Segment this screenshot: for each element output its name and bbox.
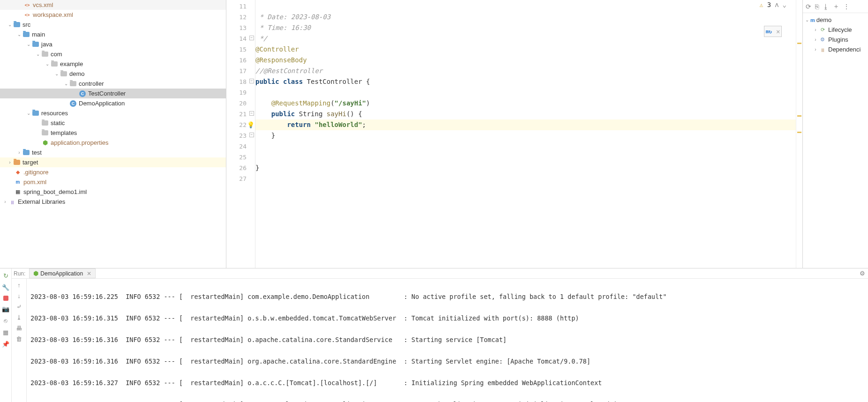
folder-icon <box>51 61 58 67</box>
tree-label: External Libraries <box>18 198 65 205</box>
maven-label: Dependenci <box>828 46 861 53</box>
trash-icon[interactable]: 🗑 <box>16 335 22 342</box>
soft-wrap-icon[interactable]: ⤶ <box>16 303 22 310</box>
tree-file-workspace[interactable]: <>workspace.xml <box>0 10 226 20</box>
warning-marker[interactable] <box>797 115 801 117</box>
chevron-down-icon[interactable]: ⌄ <box>25 111 32 116</box>
code-line: * Date: 2023-08-03 <box>255 12 796 22</box>
warning-icon[interactable]: ⚠ <box>760 1 763 8</box>
tree-folder-main[interactable]: ⌄main <box>0 30 226 39</box>
download-icon[interactable]: ⭳ <box>823 3 829 10</box>
tree-file-vcs[interactable]: <>vcs.xml <box>0 0 226 10</box>
tree-folder-java[interactable]: ⌄java <box>0 39 226 49</box>
fold-icon[interactable]: − <box>249 36 254 40</box>
down-icon[interactable]: ↓ <box>17 292 21 299</box>
chevron-down-icon[interactable]: ⌄ <box>804 17 810 22</box>
close-icon[interactable]: ✕ <box>776 28 780 35</box>
chevron-down-icon[interactable]: ⌄ <box>44 61 51 67</box>
warning-marker[interactable] <box>797 132 801 133</box>
tree-folder-resources[interactable]: ⌄resources <box>0 108 226 118</box>
line-number: 14− <box>226 33 255 44</box>
line-number: 24 <box>226 141 255 152</box>
tree-folder-src[interactable]: ⌄src <box>0 20 226 30</box>
maven-lifecycle[interactable]: ›⟳Lifecycle <box>804 25 867 35</box>
log-line: 2023-08-03 16:59:16.225 INFO 6532 --- [ … <box>30 291 864 302</box>
maven-deps[interactable]: ›⫼Dependenci <box>804 45 867 54</box>
lifecycle-icon: ⟳ <box>819 26 826 34</box>
add-icon[interactable]: ＋ <box>833 2 839 11</box>
layout-icon[interactable]: ▦ <box>3 329 8 336</box>
chevron-down-icon[interactable]: ⌄ <box>53 71 60 76</box>
chevron-right-icon[interactable]: › <box>16 150 22 155</box>
chevron-down-icon[interactable]: ⌄ <box>25 42 32 47</box>
chevron-right-icon[interactable]: › <box>812 47 819 52</box>
tree-file-pom[interactable]: mpom.xml <box>0 177 226 187</box>
fold-icon[interactable]: − <box>249 79 254 83</box>
tree-file-gitignore[interactable]: ◆.gitignore <box>0 167 226 177</box>
exit-icon[interactable]: ⎋ <box>4 317 7 324</box>
pin-icon[interactable]: 📌 <box>2 341 9 348</box>
more-icon[interactable]: ⋮ <box>843 3 850 10</box>
stop-icon[interactable] <box>3 296 8 301</box>
log-line: 2023-08-03 16:59:16.315 INFO 6532 --- [ … <box>30 313 864 324</box>
chevron-right-icon[interactable]: › <box>2 199 8 204</box>
code-area[interactable]: ⚠3 ʌ ⌄ m↻✕ * Date: 2023-08-03 * Time: 16… <box>255 0 796 268</box>
folder-icon <box>60 71 67 76</box>
editor-marker-bar[interactable] <box>796 0 802 268</box>
code-line <box>255 87 796 98</box>
settings-icon[interactable]: ⚙ <box>860 270 865 277</box>
code-line-active: 💡 return "helloWorld"; <box>255 119 796 130</box>
camera-icon[interactable]: 📷 <box>2 305 9 313</box>
up-icon[interactable]: ↑ <box>17 282 21 289</box>
tree-file-appprops[interactable]: ⬢application.properties <box>0 138 226 148</box>
maven-panel: ⟳ ⎘ ⭳ ＋ ⋮ ⌄mdemo ›⟳Lifecycle ›⚙Plugins ›… <box>802 0 868 268</box>
chevron-down-icon[interactable]: ⌄ <box>63 81 69 86</box>
chevron-right-icon[interactable]: › <box>7 160 13 165</box>
refresh-icon[interactable]: ⟳ <box>806 3 811 10</box>
tree-label: spring_boot_demo1.iml <box>23 188 87 195</box>
print-icon[interactable]: 🖶 <box>16 325 22 332</box>
generate-icon[interactable]: ⎘ <box>815 3 819 10</box>
next-highlight-icon[interactable]: ⌄ <box>783 1 786 8</box>
wrench-icon[interactable]: 🔧 <box>2 284 9 291</box>
tree-folder-controller[interactable]: ⌄controller <box>0 79 226 89</box>
maven-reload-popup[interactable]: m↻✕ <box>764 26 782 37</box>
tree-folder-target[interactable]: ›target <box>0 157 226 167</box>
scroll-end-icon[interactable]: ⤓ <box>16 314 22 321</box>
chevron-right-icon[interactable]: › <box>812 27 819 32</box>
tree-file-iml[interactable]: ▦spring_boot_demo1.iml <box>0 187 226 197</box>
close-icon[interactable]: ✕ <box>87 270 91 277</box>
line-number: 16 <box>226 55 255 66</box>
fold-icon[interactable]: − <box>249 133 254 137</box>
code-line <box>255 152 796 163</box>
folder-icon <box>70 81 76 86</box>
fold-icon[interactable]: − <box>249 111 254 116</box>
chevron-right-icon[interactable]: › <box>812 37 819 42</box>
chevron-down-icon[interactable]: ⌄ <box>7 22 13 27</box>
tree-folder-static[interactable]: static <box>0 118 226 128</box>
code-editor[interactable]: 11 12 13 14− 15 16 17 18− 19 20 21− 22 2… <box>226 0 802 268</box>
rerun-icon[interactable]: ↻ <box>3 272 8 279</box>
intention-bulb-icon[interactable]: 💡 <box>247 119 254 130</box>
tree-label: vcs.xml <box>33 1 53 8</box>
line-number: 17 <box>226 66 255 76</box>
maven-tree: ⌄mdemo ›⟳Lifecycle ›⚙Plugins ›⫼Dependenc… <box>803 13 868 56</box>
tree-file-demoapp[interactable]: CDemoApplication <box>0 98 226 108</box>
warning-marker[interactable] <box>797 43 801 44</box>
tree-file-testcontroller[interactable]: CTestController <box>0 89 226 98</box>
tree-folder-demo[interactable]: ⌄demo <box>0 69 226 79</box>
maven-plugins[interactable]: ›⚙Plugins <box>804 35 867 45</box>
console-output[interactable]: 2023-08-03 16:59:16.225 INFO 6532 --- [ … <box>27 279 868 402</box>
maven-project-root[interactable]: ⌄mdemo <box>804 15 867 25</box>
code-line: */ <box>255 33 796 44</box>
chevron-down-icon[interactable]: ⌄ <box>35 52 41 57</box>
tree-folder-test[interactable]: ›test <box>0 148 226 157</box>
tree-folder-com[interactable]: ⌄com <box>0 49 226 59</box>
tree-folder-templates[interactable]: templates <box>0 128 226 138</box>
tree-label: example <box>60 60 83 67</box>
prev-highlight-icon[interactable]: ʌ <box>775 1 778 8</box>
tree-folder-example[interactable]: ⌄example <box>0 59 226 69</box>
tree-external-libs[interactable]: ›⫼External Libraries <box>0 197 226 207</box>
run-tab-demoapp[interactable]: ⬢ DemoApplication ✕ <box>29 268 96 278</box>
chevron-down-icon[interactable]: ⌄ <box>16 32 22 37</box>
